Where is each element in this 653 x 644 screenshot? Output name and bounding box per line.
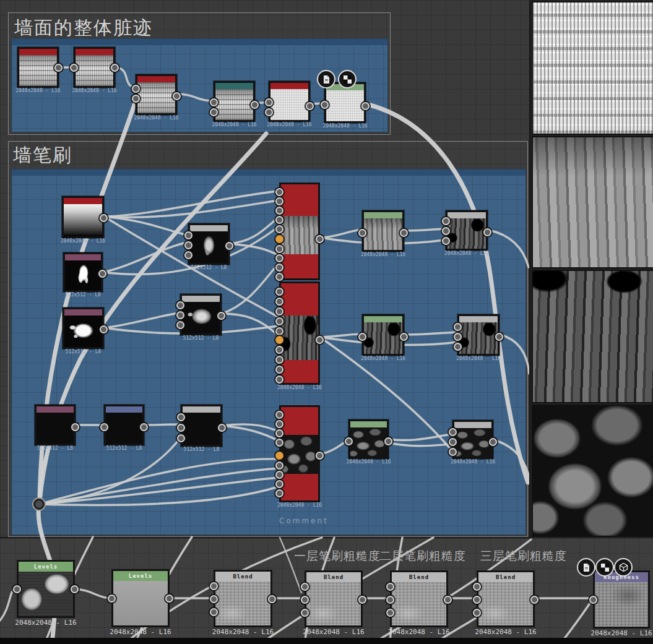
input-port[interactable] [184, 251, 192, 259]
input-port[interactable] [473, 609, 481, 617]
node-levels-teal[interactable]: 2048x2048 - L16 [214, 81, 255, 122]
node-blend-stack-3[interactable]: 2048x2048 - L16 [279, 405, 320, 502]
output-port[interactable] [140, 423, 148, 431]
export-badge[interactable] [317, 70, 335, 88]
node-levels-bottom-2[interactable]: Levels 2048x2048 - L16 [111, 569, 170, 627]
input-port[interactable] [275, 254, 283, 262]
texture-preview-3[interactable] [532, 270, 653, 403]
input-port[interactable] [301, 609, 309, 617]
input-port[interactable] [449, 438, 457, 446]
input-port[interactable] [210, 108, 218, 116]
input-port[interactable] [275, 317, 283, 325]
input-port[interactable] [176, 301, 184, 309]
output-port[interactable] [225, 242, 233, 250]
view-3d-badge[interactable] [614, 558, 633, 577]
output-port[interactable] [217, 312, 225, 320]
input-port[interactable] [275, 307, 283, 316]
node-grunge-2[interactable]: 2048x2048 - L16 [74, 47, 115, 88]
input-port[interactable] [275, 480, 283, 488]
output-port[interactable] [100, 325, 108, 333]
input-port-active[interactable] [275, 235, 283, 243]
output-port[interactable] [306, 102, 314, 110]
input-port[interactable] [132, 85, 140, 93]
input-port-active[interactable] [275, 452, 283, 460]
output-port[interactable] [483, 228, 491, 236]
input-port[interactable] [275, 207, 283, 215]
input-port[interactable] [177, 424, 185, 432]
output-port[interactable] [530, 596, 538, 604]
output-port[interactable] [71, 585, 79, 593]
input-port[interactable] [13, 585, 21, 593]
node-warp-blob[interactable]: 512x512 - L8 [180, 294, 222, 335]
input-port[interactable] [386, 583, 394, 591]
node-blob-shape[interactable]: 512x512 - L8 [63, 307, 104, 349]
node-output-dirt[interactable]: 2048x2048 - L16 [324, 82, 366, 123]
input-port[interactable] [345, 437, 353, 445]
input-port[interactable] [454, 323, 462, 331]
input-port[interactable] [386, 596, 394, 604]
input-port[interactable] [442, 227, 450, 235]
node-blend-bottom-4[interactable]: Blend 2048x2048 - L16 [477, 570, 535, 627]
output-port[interactable] [316, 336, 324, 344]
input-port[interactable] [275, 245, 283, 253]
input-port[interactable] [275, 327, 283, 335]
node-warp-drip[interactable]: 512x512 - L8 [188, 223, 230, 265]
input-port[interactable] [265, 108, 273, 116]
input-port[interactable] [210, 608, 218, 616]
input-port[interactable] [442, 217, 450, 225]
input-port[interactable] [275, 346, 283, 354]
input-port[interactable] [275, 197, 283, 205]
output-port[interactable] [444, 596, 452, 604]
texture-preview-1[interactable] [532, 1, 653, 135]
node-blend-stack-2[interactable]: 2048x2048 - L16 [279, 281, 320, 385]
input-port[interactable] [275, 366, 283, 374]
output-port[interactable] [384, 437, 392, 445]
input-port[interactable] [275, 298, 283, 306]
input-port[interactable] [473, 596, 481, 604]
input-port[interactable] [275, 264, 283, 272]
node-blend-stack-1[interactable] [279, 182, 320, 280]
output-port[interactable] [400, 229, 408, 237]
output-port[interactable] [268, 595, 276, 603]
input-port[interactable] [442, 237, 450, 245]
input-port[interactable] [100, 423, 108, 431]
output-port[interactable] [495, 333, 503, 341]
output-port[interactable] [71, 423, 79, 431]
input-port[interactable] [132, 95, 140, 103]
output-port[interactable] [165, 595, 173, 603]
node-levels-row3[interactable]: 2048x2048 - L16 [348, 419, 389, 459]
node-blend-bottom-1[interactable]: Blend 2048x2048 - L16 [214, 570, 272, 627]
node-drip-shape[interactable]: 512x512 - L8 [63, 252, 103, 292]
node-gradient-linear[interactable]: 2048x2048 - L16 [62, 196, 104, 238]
node-grunge-3[interactable]: 2048x2048 - L16 [136, 74, 177, 115]
input-port[interactable] [321, 101, 329, 109]
input-port[interactable] [301, 583, 309, 591]
input-port[interactable] [454, 333, 462, 341]
output-port[interactable] [489, 438, 497, 446]
input-port[interactable] [449, 428, 457, 436]
input-port[interactable] [275, 489, 283, 497]
input-port[interactable] [275, 225, 283, 233]
input-port[interactable] [265, 98, 273, 106]
output-port[interactable] [358, 596, 366, 604]
texture-preview-2[interactable] [532, 136, 653, 268]
blend-usage-badge[interactable] [595, 558, 614, 577]
input-port[interactable] [358, 229, 366, 237]
reroute-dot[interactable] [33, 499, 45, 510]
input-port[interactable] [275, 216, 283, 224]
node-blend-bottom-2[interactable]: Blend 2048x2048 - L16 [305, 570, 363, 627]
output-port[interactable] [111, 64, 119, 72]
texture-preview-4[interactable] [532, 405, 653, 537]
input-port[interactable] [210, 98, 218, 106]
input-port[interactable] [275, 273, 283, 281]
input-port[interactable] [275, 471, 283, 479]
frame-title[interactable]: 墙笔刷 [13, 143, 72, 168]
input-port[interactable] [177, 413, 185, 421]
input-port[interactable] [275, 411, 283, 419]
input-port[interactable] [301, 596, 309, 604]
export-badge[interactable] [577, 558, 595, 577]
output-port[interactable] [98, 270, 106, 278]
input-port[interactable] [184, 241, 192, 249]
input-port[interactable] [275, 356, 283, 364]
node-roughness-output[interactable]: Roughness 2048x2048 - L16 [593, 570, 650, 629]
